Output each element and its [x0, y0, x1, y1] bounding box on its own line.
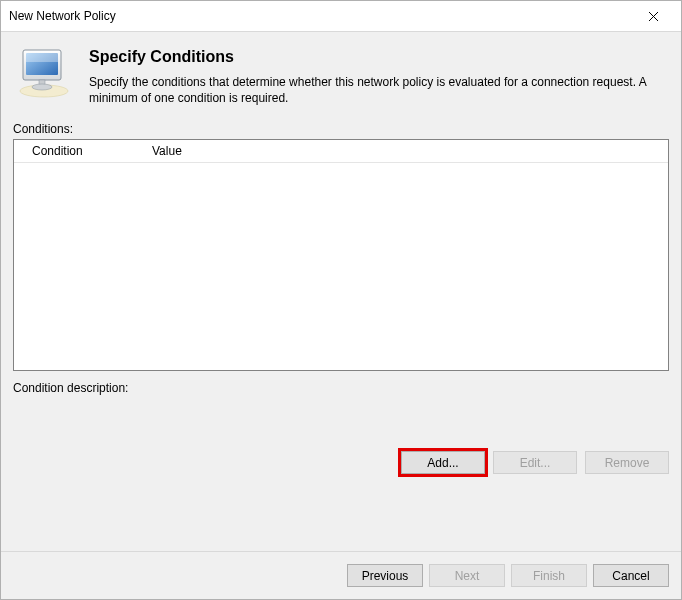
close-icon: [648, 11, 659, 22]
condition-description-label: Condition description:: [13, 381, 669, 395]
dialog-window: New Network Policy: [0, 0, 682, 600]
conditions-label: Conditions:: [13, 122, 669, 136]
condition-description-area: [13, 401, 669, 447]
conditions-list-header: Condition Value: [14, 140, 668, 163]
page-subtitle: Specify the conditions that determine wh…: [89, 74, 669, 106]
heading-wrap: Specify Conditions Specify the condition…: [89, 46, 669, 106]
window-title: New Network Policy: [9, 9, 116, 23]
dialog-body: Specify Conditions Specify the condition…: [1, 32, 681, 551]
titlebar: New Network Policy: [1, 1, 681, 32]
svg-point-7: [32, 84, 52, 90]
monitor-icon: [13, 46, 75, 104]
add-button[interactable]: Add...: [401, 451, 485, 474]
finish-button: Finish: [511, 564, 587, 587]
cancel-button[interactable]: Cancel: [593, 564, 669, 587]
wizard-footer: Previous Next Finish Cancel: [1, 551, 681, 599]
edit-button: Edit...: [493, 451, 577, 474]
remove-button: Remove: [585, 451, 669, 474]
conditions-list[interactable]: Condition Value: [13, 139, 669, 371]
column-value[interactable]: Value: [152, 144, 668, 158]
close-button[interactable]: [633, 1, 673, 31]
condition-buttons-row: Add... Edit... Remove: [13, 451, 669, 474]
next-button: Next: [429, 564, 505, 587]
svg-rect-5: [26, 53, 58, 62]
page-header: Specify Conditions Specify the condition…: [13, 42, 669, 122]
previous-button[interactable]: Previous: [347, 564, 423, 587]
page-title: Specify Conditions: [89, 48, 669, 66]
column-condition[interactable]: Condition: [32, 144, 152, 158]
